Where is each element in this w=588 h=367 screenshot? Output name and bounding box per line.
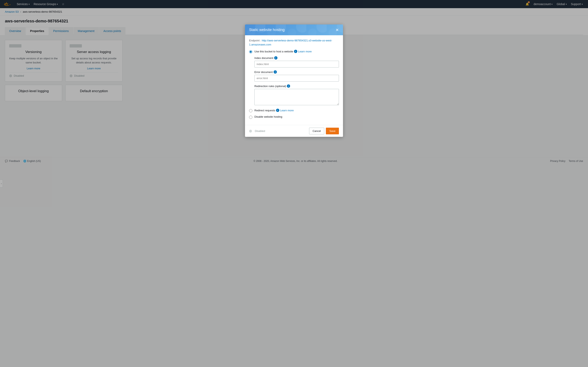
use-bucket-learn-more-link[interactable]: Learn more bbox=[298, 50, 311, 53]
redirect-requests-radio-option: Redirect requests i Learn more bbox=[249, 109, 339, 112]
modal-body: Endpoint : http://aws-serverless-demo-98… bbox=[245, 35, 343, 125]
use-bucket-radio[interactable] bbox=[249, 50, 252, 53]
modal-footer-left: Disabled bbox=[249, 129, 265, 133]
modal-status-dot bbox=[249, 130, 252, 133]
redirect-requests-radio[interactable] bbox=[249, 109, 252, 112]
use-bucket-info-icon[interactable]: i bbox=[294, 50, 297, 53]
redirection-rules-textarea[interactable] bbox=[254, 89, 339, 105]
redirect-requests-info-icon[interactable]: i bbox=[276, 109, 279, 112]
modal-footer: Disabled Cancel Save bbox=[245, 125, 343, 137]
disable-hosting-radio-label: Disable website hosting bbox=[254, 115, 282, 118]
modal-header: Static website hosting ✕ bbox=[245, 25, 343, 35]
redirection-rules-group: Redirection rules (optional) i bbox=[249, 84, 339, 106]
redirection-rules-info-icon[interactable]: i bbox=[287, 84, 290, 88]
modal-title: Static website hosting bbox=[249, 28, 285, 32]
error-document-label: Error document i bbox=[254, 70, 339, 74]
index-document-group: Index document i bbox=[249, 56, 339, 67]
endpoint-prefix: Endpoint : bbox=[249, 39, 262, 42]
modal-footer-buttons: Cancel Save bbox=[309, 128, 339, 134]
error-document-input[interactable] bbox=[254, 75, 339, 82]
modal-save-button[interactable]: Save bbox=[326, 128, 339, 134]
redirection-rules-label: Redirection rules (optional) i bbox=[254, 84, 339, 88]
redirect-requests-radio-label: Redirect requests i Learn more bbox=[254, 109, 294, 112]
error-document-group: Error document i bbox=[249, 70, 339, 82]
static-website-hosting-modal: Static website hosting ✕ Endpoint : http… bbox=[245, 25, 343, 137]
disable-hosting-radio-option: Disable website hosting bbox=[249, 115, 339, 119]
index-document-info-icon[interactable]: i bbox=[274, 56, 277, 59]
index-document-input[interactable] bbox=[254, 61, 339, 67]
modal-endpoint-section: Endpoint : http://aws-serverless-demo-98… bbox=[249, 39, 339, 47]
use-bucket-radio-option: Use this bucket to host a website i Lear… bbox=[249, 50, 339, 53]
disable-hosting-radio[interactable] bbox=[249, 116, 252, 119]
modal-status: Disabled bbox=[249, 129, 265, 133]
modal-cancel-button[interactable]: Cancel bbox=[309, 128, 324, 134]
redirect-requests-learn-more-link[interactable]: Learn more bbox=[280, 109, 294, 112]
endpoint-url-link[interactable]: http://aws-serverless-demo-987654321.s3-… bbox=[249, 39, 332, 46]
modal-close-button[interactable]: ✕ bbox=[336, 28, 339, 32]
main-body: Versioning Keep multiple versions of an … bbox=[0, 35, 588, 157]
index-document-label: Index document i bbox=[254, 56, 339, 59]
use-bucket-radio-label: Use this bucket to host a website i Lear… bbox=[254, 50, 312, 53]
error-document-info-icon[interactable]: i bbox=[274, 70, 277, 74]
modal-disabled-label: Disabled bbox=[255, 129, 265, 133]
modal-overlay: Static website hosting ✕ Endpoint : http… bbox=[0, 0, 588, 165]
